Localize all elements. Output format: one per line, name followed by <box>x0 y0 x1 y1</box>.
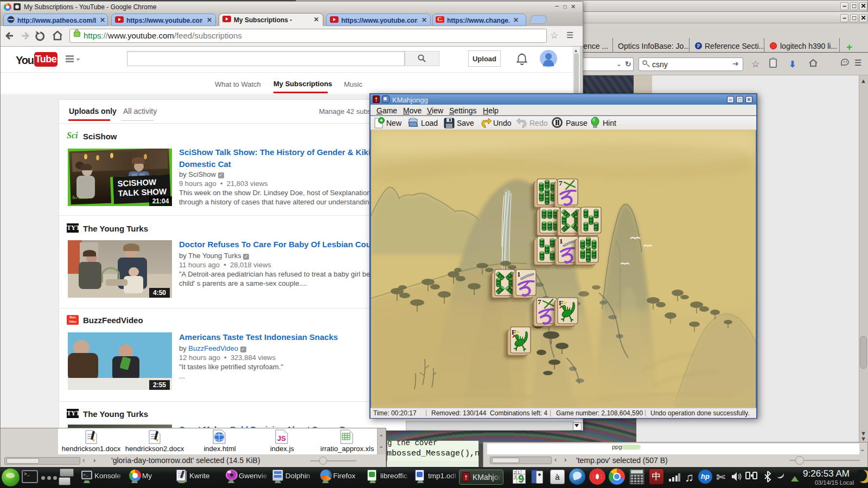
svg-text:JS: JS <box>277 434 286 442</box>
